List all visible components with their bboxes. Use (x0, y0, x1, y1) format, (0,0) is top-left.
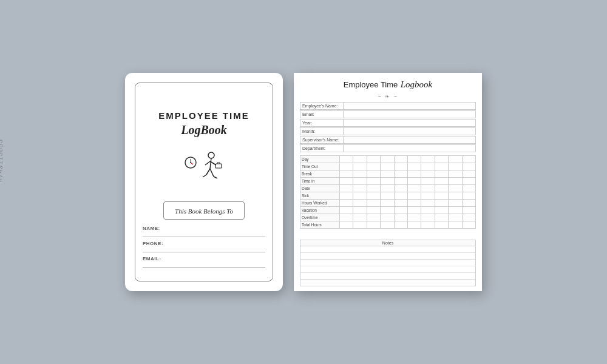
employee-name-value (343, 103, 475, 109)
log-data-cell (421, 178, 435, 185)
log-data-cell (353, 170, 367, 178)
log-data-cell (339, 156, 353, 163)
cover-page: EMPLOYEE TIME LogBook (125, 73, 283, 291)
log-data-cell (339, 178, 353, 185)
log-data-cell (367, 221, 380, 229)
notes-line (300, 246, 476, 253)
log-data-cell (421, 200, 435, 207)
info-row-year: Year: (300, 119, 476, 127)
cover-field-name: NAME: (143, 226, 265, 237)
svg-line-11 (205, 161, 210, 165)
svg-point-3 (190, 162, 191, 163)
log-row-label: Day (300, 156, 340, 163)
svg-line-14 (206, 169, 210, 175)
log-data-cell (339, 200, 353, 207)
log-data-cell (367, 156, 380, 163)
log-data-cell (435, 192, 448, 200)
log-data-cell (394, 207, 407, 214)
supervisor-label: Supervisor's Name: (300, 138, 343, 142)
field-email-label: EMAIL: (143, 256, 265, 261)
log-table: DayTime OutBreakTime InDateSickHours Wor… (300, 155, 476, 229)
month-value (343, 128, 475, 135)
log-data-cell (407, 185, 421, 192)
log-data-cell (421, 185, 435, 192)
log-data-cell (407, 221, 421, 229)
log-data-cell (435, 178, 448, 185)
svg-rect-7 (215, 164, 222, 168)
employee-name-label: Employee's Name: (300, 104, 343, 108)
log-data-cell (407, 178, 421, 185)
cover-title-logbook: LogBook (158, 123, 249, 137)
log-data-cell (407, 170, 421, 178)
log-data-cell (367, 163, 380, 170)
log-data-cell (353, 200, 367, 207)
log-title-italic: Logbook (401, 79, 433, 89)
ornament: ~ ❧ ~ (300, 93, 476, 99)
svg-line-15 (203, 175, 206, 177)
log-data-cell (367, 178, 380, 185)
log-data-cell (407, 207, 421, 214)
notes-section: Notes (300, 240, 476, 286)
field-phone-line (143, 246, 265, 252)
log-table-row: Vacation (300, 207, 476, 214)
log-data-cell (435, 170, 448, 178)
log-data-cell (407, 163, 421, 170)
notes-line (300, 260, 476, 266)
notes-line (300, 273, 476, 280)
log-data-cell (394, 156, 407, 163)
log-data-cell (367, 170, 380, 178)
log-row-label: Sick (300, 192, 340, 200)
log-data-cell (339, 170, 353, 178)
log-data-cell (449, 221, 462, 229)
log-data-cell (353, 156, 367, 163)
log-data-cell (381, 207, 394, 214)
notes-line (300, 280, 476, 286)
log-data-cell (435, 221, 448, 229)
year-value (343, 120, 475, 126)
log-data-cell (462, 185, 476, 192)
log-data-cell (462, 192, 476, 200)
log-data-cell (421, 207, 435, 214)
department-label: Department: (300, 146, 343, 150)
log-data-cell (381, 178, 394, 185)
log-data-cell (394, 163, 407, 170)
log-data-cell (353, 221, 367, 229)
log-data-cell (381, 221, 394, 229)
log-data-cell (462, 207, 476, 214)
log-data-cell (449, 207, 462, 214)
cover-title-top: EMPLOYEE TIME (158, 110, 249, 122)
log-data-cell (353, 214, 367, 221)
info-row-supervisor: Supervisor's Name: (300, 136, 476, 144)
log-data-cell (381, 200, 394, 207)
log-data-cell (421, 163, 435, 170)
log-data-cell (435, 207, 448, 214)
log-data-cell (449, 170, 462, 178)
log-data-cell (462, 221, 476, 229)
field-name-line (143, 231, 265, 237)
pages-container: EMPLOYEE TIME LogBook (125, 73, 482, 291)
log-table-row: Day (300, 156, 476, 163)
log-data-cell (381, 170, 394, 178)
log-data-cell (394, 221, 407, 229)
log-page-title: Employee Time Logbook (300, 79, 476, 90)
log-data-cell (421, 221, 435, 229)
info-row-email: Email: (300, 110, 476, 118)
log-data-cell (394, 200, 407, 207)
log-data-cell (367, 185, 380, 192)
log-data-cell (394, 214, 407, 221)
cover-fields: NAME: PHONE: EMAIL: (143, 226, 265, 271)
log-data-cell (381, 185, 394, 192)
log-data-cell (435, 214, 448, 221)
log-data-cell (421, 156, 435, 163)
log-row-label: Break (300, 170, 340, 178)
log-data-cell (407, 192, 421, 200)
log-data-cell (367, 207, 380, 214)
log-data-cell (339, 185, 353, 192)
log-row-label: Vacation (300, 207, 340, 214)
log-data-cell (353, 163, 367, 170)
log-data-cell (394, 185, 407, 192)
department-value (343, 145, 475, 152)
log-data-cell (381, 214, 394, 221)
log-data-cell (367, 214, 380, 221)
field-phone-label: PHONE: (143, 241, 265, 246)
